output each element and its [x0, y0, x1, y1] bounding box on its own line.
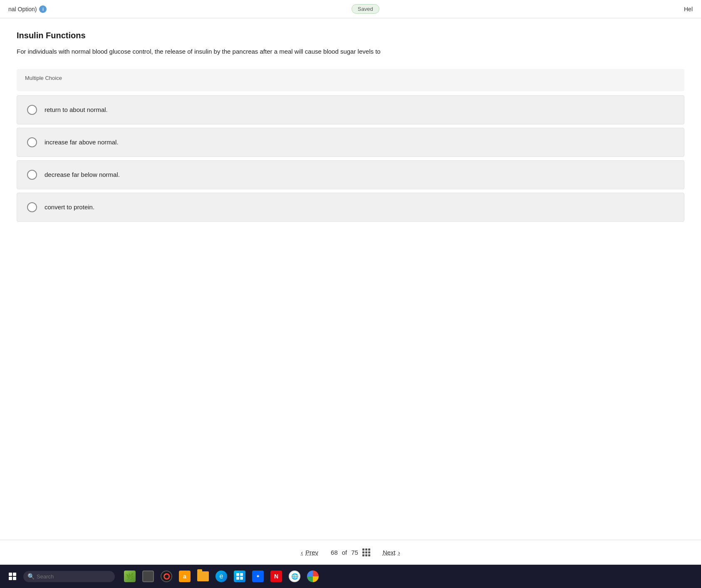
taskbar-app-chrome2[interactable]	[305, 568, 321, 585]
total-pages: 75	[351, 549, 358, 556]
taskbar-apps: 🌿 ⭕ a e	[121, 568, 696, 585]
option-b-text: increase far above normal.	[45, 139, 119, 146]
taskbar-app-food[interactable]: 🌿	[121, 568, 138, 585]
taskbar-app-camera[interactable]: ⭕	[158, 568, 175, 585]
windows-start-button[interactable]	[5, 569, 20, 584]
dropbox-app-icon: ✦	[252, 571, 264, 582]
store-app-icon	[234, 571, 245, 582]
taskbar-app-amazon[interactable]: a	[176, 568, 193, 585]
taskbar-app-netflix[interactable]: N	[268, 568, 285, 585]
radio-a[interactable]	[27, 105, 37, 115]
next-label: Next	[383, 549, 396, 556]
help-link[interactable]: Hel	[684, 6, 693, 12]
edge-app-icon: e	[216, 571, 227, 582]
options-list: return to about normal. increase far abo…	[17, 95, 684, 225]
option-d-text: convert to protein.	[45, 203, 94, 211]
prev-label: Prev	[305, 549, 318, 556]
taskbar-app-dropbox[interactable]: ✦	[250, 568, 266, 585]
page-separator: of	[342, 549, 347, 556]
radio-d[interactable]	[27, 202, 37, 212]
section-title: Insulin Functions	[17, 31, 684, 40]
next-button[interactable]: Next ›	[383, 549, 400, 556]
option-a[interactable]: return to about normal.	[17, 95, 684, 124]
option-a-text: return to about normal.	[45, 106, 108, 113]
taskbar-app-folder[interactable]	[195, 568, 211, 585]
page-info: 68 of 75	[331, 548, 370, 556]
amazon-app-icon: a	[179, 571, 191, 582]
screen-app-icon	[142, 571, 154, 582]
multiple-choice-container: Multiple Choice	[17, 69, 684, 91]
main-content: Insulin Functions For individuals with n…	[0, 18, 701, 540]
taskbar-app-screen[interactable]	[140, 568, 156, 585]
option-c-text: decrease far below normal.	[45, 171, 120, 178]
chrome-app-icon: 🌐	[289, 571, 300, 582]
food-app-icon: 🌿	[124, 571, 136, 582]
bottom-nav: ‹ Prev 68 of 75 Next ›	[0, 540, 701, 565]
radio-c[interactable]	[27, 170, 37, 180]
radio-b[interactable]	[27, 137, 37, 147]
title-partial: nal Option)	[8, 6, 37, 12]
taskbar-app-store[interactable]	[231, 568, 248, 585]
top-bar-left: nal Option) i	[8, 5, 47, 13]
folder-app-icon	[197, 571, 209, 581]
prev-button[interactable]: ‹ Prev	[301, 549, 318, 556]
saved-badge: Saved	[352, 4, 379, 14]
camera-app-icon: ⭕	[161, 571, 172, 582]
taskbar: 🔍 🌿 ⭕ a e	[0, 565, 701, 588]
windows-icon	[9, 573, 16, 580]
option-b[interactable]: increase far above normal.	[17, 128, 684, 157]
netflix-app-icon: N	[270, 571, 282, 582]
info-icon[interactable]: i	[39, 5, 47, 13]
current-page: 68	[331, 549, 338, 556]
next-chevron-icon: ›	[398, 549, 400, 556]
grid-icon[interactable]	[362, 548, 370, 556]
chrome2-app-icon	[307, 571, 319, 582]
top-bar: nal Option) i Saved Hel	[0, 0, 701, 18]
option-d[interactable]: convert to protein.	[17, 193, 684, 222]
mc-label: Multiple Choice	[25, 75, 676, 81]
option-c[interactable]: decrease far below normal.	[17, 160, 684, 189]
question-text: For individuals with normal blood glucos…	[17, 47, 684, 57]
taskbar-search-input[interactable]	[23, 571, 115, 582]
taskbar-app-chrome[interactable]: 🌐	[286, 568, 303, 585]
prev-chevron-icon: ‹	[301, 549, 303, 556]
taskbar-search-wrapper[interactable]: 🔍	[23, 571, 115, 582]
taskbar-search-icon: 🔍	[27, 573, 35, 580]
taskbar-app-edge[interactable]: e	[213, 568, 230, 585]
